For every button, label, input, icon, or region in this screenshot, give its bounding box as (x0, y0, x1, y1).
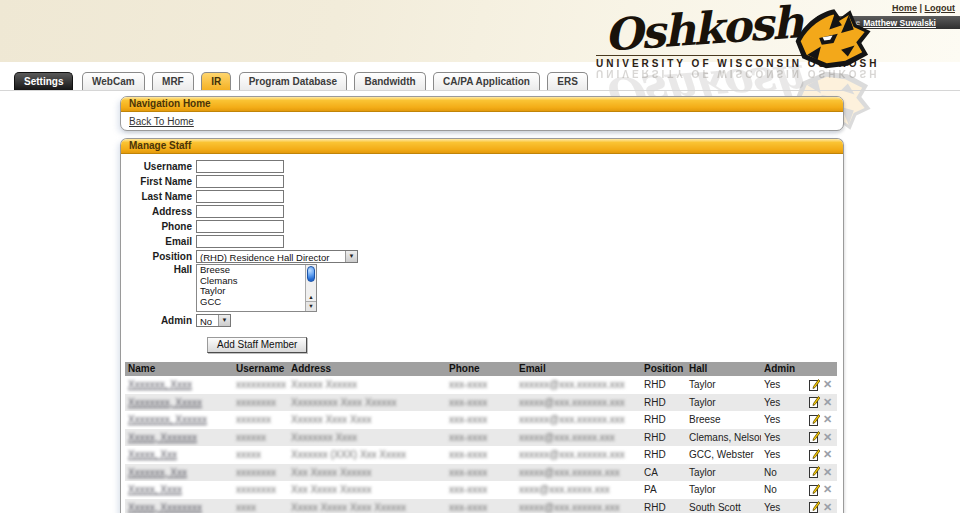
table-row: Xxxxx, Xxxxxxx xxxxxx Xxxxxxxx Xxxx xxx-… (125, 429, 837, 447)
tab-mrf[interactable]: MRF (152, 72, 194, 90)
staff-name-link[interactable]: Xxxxxxxx, Xxxxx (128, 397, 202, 408)
table-row: Xxxxxxxx, Xxxxx xxxxxxxx Xxxxxxxxx Xxxx … (125, 394, 837, 412)
scrollbar-thumb[interactable] (307, 266, 315, 282)
staff-email: xxxxx@xxx.xxxxxx.xxx (516, 499, 641, 513)
staff-username: xxxxxxxx (233, 481, 288, 499)
staff-table: Name Username Address Phone Email Positi… (125, 362, 837, 513)
staff-email: xxxx@xxx.xxxxx.xxx (516, 481, 641, 499)
staff-hall: Breese (686, 411, 761, 429)
staff-position: CA (641, 464, 686, 482)
tab-capa-application[interactable]: CA/PA Application (433, 72, 540, 90)
staff-address: Xxxxx Xxxxx Xxxx Xxxxxx (288, 499, 446, 513)
header-hall: Hall (686, 362, 761, 376)
staff-phone: xxx-xxxx (446, 481, 516, 499)
tab-program-database[interactable]: Program Database (239, 72, 347, 90)
logout-link[interactable]: Logout (925, 3, 956, 13)
last-name-label: Last Name (121, 191, 192, 202)
delete-icon[interactable]: ✕ (823, 502, 832, 513)
edit-icon[interactable] (809, 396, 820, 408)
staff-admin: Yes (761, 376, 806, 394)
edit-icon[interactable] (809, 431, 820, 443)
tab-ir[interactable]: IR (201, 72, 231, 90)
tabbar-divider (0, 90, 960, 91)
admin-select[interactable]: No ▼ (196, 314, 231, 327)
staff-admin: Yes (761, 394, 806, 412)
last-name-input[interactable] (196, 190, 284, 203)
staff-position: RHD (641, 411, 686, 429)
tab-settings[interactable]: Settings (14, 72, 73, 90)
hall-option-gcc[interactable]: GCC (197, 297, 316, 308)
staff-email: xxxxx@xxx.xxxxxxx.xxx (516, 394, 641, 412)
edit-icon[interactable] (809, 449, 820, 461)
staff-name-link[interactable]: Xxxxx, Xxxx (128, 484, 182, 495)
add-staff-member-button[interactable]: Add Staff Member (207, 337, 307, 353)
scroll-up-icon[interactable]: ▲ (306, 293, 316, 301)
staff-name-link[interactable]: Xxxxx, Xxxxxxxx (128, 502, 202, 513)
staff-position: RHD (641, 499, 686, 513)
staff-admin: Yes (761, 429, 806, 447)
delete-icon[interactable]: ✕ (823, 467, 832, 478)
position-label: Position (121, 251, 192, 262)
table-row: Xxxxxxx, Xxxx xxxxxxxxxx Xxxxxx Xxxxxx x… (125, 376, 837, 394)
delete-icon[interactable]: ✕ (823, 414, 832, 425)
address-label: Address (121, 206, 192, 217)
header-links: Home | Logout (892, 3, 955, 13)
staff-address: Xxxxxx Xxxx Xxxx (288, 411, 446, 429)
add-staff-form: Username First Name Last Name Address Ph… (121, 154, 843, 353)
hall-multiselect[interactable]: Breese Clemans Taylor GCC ▲ ▼ (196, 264, 317, 312)
tab-bandwidth[interactable]: Bandwidth (354, 72, 425, 90)
panther-mascot-logo (780, 6, 882, 70)
scroll-down-icon[interactable]: ▼ (306, 301, 316, 311)
staff-name-link[interactable]: Xxxxx, Xxx (128, 449, 177, 460)
chevron-down-icon[interactable]: ▼ (345, 251, 357, 262)
staff-phone: xxx-xxxx (446, 446, 516, 464)
staff-name-link[interactable]: Xxxxx, Xxxxxxx (128, 432, 197, 443)
staff-name-link[interactable]: Xxxxxxx, Xxxx (128, 379, 192, 390)
hall-scrollbar[interactable]: ▲ ▼ (305, 265, 316, 311)
staff-hall: Taylor (686, 376, 761, 394)
email-input[interactable] (196, 235, 284, 248)
tab-webcam[interactable]: WebCam (82, 72, 145, 90)
delete-icon[interactable]: ✕ (823, 432, 832, 443)
staff-email: xxxxxx@xxx.xxxxxx.xxx (516, 446, 641, 464)
edit-icon[interactable] (809, 414, 820, 426)
chevron-down-icon[interactable]: ▼ (218, 315, 230, 326)
home-link[interactable]: Home (892, 3, 917, 13)
staff-username: xxxxxxxxxx (233, 376, 288, 394)
staff-hall: Taylor (686, 394, 761, 412)
table-row: Xxxxxxx, Xxx xxxxxxxx Xxx Xxxxx Xxxxxx x… (125, 464, 837, 482)
position-select[interactable]: (RHD) Residence Hall Director ▼ (196, 250, 358, 263)
tab-group: WebCam MRF IR Program Database Bandwidth… (82, 72, 591, 90)
staff-position: PA (641, 481, 686, 499)
staff-name-link[interactable]: Xxxxxxx, Xxx (128, 467, 187, 478)
username-input[interactable] (196, 160, 284, 173)
edit-icon[interactable] (809, 484, 820, 496)
staff-hall: Clemans, Nelson (686, 429, 761, 447)
back-to-home-link[interactable]: Back To Home (129, 116, 194, 127)
staff-table-body: Xxxxxxx, Xxxx xxxxxxxxxx Xxxxxx Xxxxxx x… (125, 376, 837, 513)
delete-icon[interactable]: ✕ (823, 484, 832, 495)
address-input[interactable] (196, 205, 284, 218)
staff-email: xxxxx@xxx.xxxxx.xxx (516, 429, 641, 447)
tab-ers[interactable]: ERS (547, 72, 588, 90)
navigation-panel-title: Navigation Home (121, 97, 843, 112)
staff-username: xxxx (233, 499, 288, 513)
navigation-panel: Navigation Home Back To Home (120, 96, 844, 131)
first-name-input[interactable] (196, 175, 284, 188)
staff-address: Xxx Xxxxx Xxxxxx (288, 464, 446, 482)
staff-position: RHD (641, 446, 686, 464)
hall-option-breese[interactable]: Breese (197, 265, 316, 276)
staff-username: xxxxxxxx (233, 394, 288, 412)
header-actions (806, 362, 837, 376)
delete-icon[interactable]: ✕ (823, 449, 832, 460)
edit-icon[interactable] (809, 379, 820, 391)
delete-icon[interactable]: ✕ (823, 379, 832, 390)
staff-name-link[interactable]: Xxxxxxxx, Xxxxxx (128, 414, 207, 425)
delete-icon[interactable]: ✕ (823, 397, 832, 408)
hall-option-taylor[interactable]: Taylor (197, 286, 316, 297)
staff-address: Xxxxxx Xxxxxx (288, 376, 446, 394)
edit-icon[interactable] (809, 466, 820, 478)
phone-input[interactable] (196, 220, 284, 233)
staff-phone: xxx-xxxx (446, 429, 516, 447)
edit-icon[interactable] (809, 501, 820, 513)
